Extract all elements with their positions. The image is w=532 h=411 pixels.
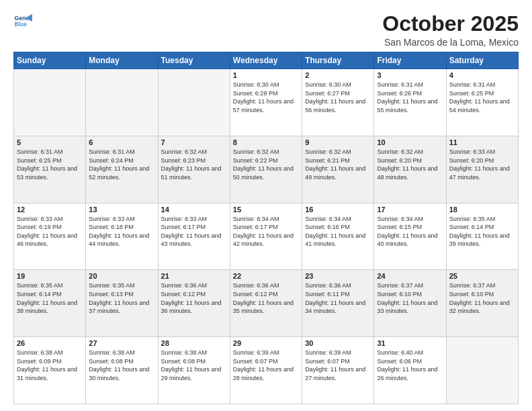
day-number: 22 xyxy=(233,272,299,280)
day-info: Sunrise: 6:36 AM Sunset: 6:11 PM Dayligh… xyxy=(305,281,371,315)
svg-text:Blue: Blue xyxy=(15,21,28,28)
day-info: Sunrise: 6:33 AM Sunset: 6:17 PM Dayligh… xyxy=(161,215,227,248)
table-cell: 7Sunrise: 6:32 AM Sunset: 6:23 PM Daylig… xyxy=(158,136,230,203)
calendar-week-row: 19Sunrise: 6:35 AM Sunset: 6:14 PM Dayli… xyxy=(14,270,519,337)
day-info: Sunrise: 6:31 AM Sunset: 6:25 PM Dayligh… xyxy=(17,148,83,181)
table-cell: 10Sunrise: 6:32 AM Sunset: 6:20 PM Dayli… xyxy=(374,136,446,203)
day-number: 23 xyxy=(305,272,371,280)
day-info: Sunrise: 6:35 AM Sunset: 6:14 PM Dayligh… xyxy=(449,215,515,248)
calendar-week-row: 26Sunrise: 6:38 AM Sunset: 6:09 PM Dayli… xyxy=(14,337,519,404)
day-number: 7 xyxy=(161,138,227,146)
day-info: Sunrise: 6:39 AM Sunset: 6:07 PM Dayligh… xyxy=(233,349,299,382)
table-cell xyxy=(446,337,518,404)
table-cell: 12Sunrise: 6:33 AM Sunset: 6:19 PM Dayli… xyxy=(14,203,86,270)
day-number: 27 xyxy=(89,339,154,347)
day-number: 8 xyxy=(233,138,299,146)
calendar-table: Sunday Monday Tuesday Wednesday Thursday… xyxy=(13,52,519,404)
col-tuesday: Tuesday xyxy=(158,52,230,69)
table-cell: 19Sunrise: 6:35 AM Sunset: 6:14 PM Dayli… xyxy=(14,270,86,337)
table-cell: 17Sunrise: 6:34 AM Sunset: 6:15 PM Dayli… xyxy=(374,203,446,270)
calendar-header-row: Sunday Monday Tuesday Wednesday Thursday… xyxy=(14,52,519,69)
table-cell xyxy=(86,69,158,136)
table-cell: 21Sunrise: 6:36 AM Sunset: 6:12 PM Dayli… xyxy=(158,270,230,337)
day-number: 6 xyxy=(89,138,154,146)
day-info: Sunrise: 6:35 AM Sunset: 6:14 PM Dayligh… xyxy=(17,281,83,315)
table-cell: 6Sunrise: 6:31 AM Sunset: 6:24 PM Daylig… xyxy=(86,136,158,203)
day-info: Sunrise: 6:33 AM Sunset: 6:18 PM Dayligh… xyxy=(89,215,154,248)
table-cell: 22Sunrise: 6:36 AM Sunset: 6:12 PM Dayli… xyxy=(230,270,302,337)
table-cell: 20Sunrise: 6:35 AM Sunset: 6:13 PM Dayli… xyxy=(86,270,158,337)
logo: General Blue xyxy=(13,12,32,31)
day-info: Sunrise: 6:32 AM Sunset: 6:22 PM Dayligh… xyxy=(233,148,299,181)
title-block: October 2025 San Marcos de la Loma, Mexi… xyxy=(382,12,519,48)
day-number: 5 xyxy=(17,138,83,146)
table-cell: 28Sunrise: 6:38 AM Sunset: 6:08 PM Dayli… xyxy=(158,337,230,404)
logo-icon: General Blue xyxy=(13,12,32,31)
table-cell: 18Sunrise: 6:35 AM Sunset: 6:14 PM Dayli… xyxy=(446,203,518,270)
calendar-week-row: 12Sunrise: 6:33 AM Sunset: 6:19 PM Dayli… xyxy=(14,203,519,270)
table-cell xyxy=(14,69,86,136)
table-cell: 26Sunrise: 6:38 AM Sunset: 6:09 PM Dayli… xyxy=(14,337,86,404)
table-cell: 24Sunrise: 6:37 AM Sunset: 6:10 PM Dayli… xyxy=(374,270,446,337)
table-cell: 15Sunrise: 6:34 AM Sunset: 6:17 PM Dayli… xyxy=(230,203,302,270)
day-info: Sunrise: 6:38 AM Sunset: 6:08 PM Dayligh… xyxy=(89,349,154,382)
day-info: Sunrise: 6:34 AM Sunset: 6:17 PM Dayligh… xyxy=(233,215,299,248)
day-info: Sunrise: 6:31 AM Sunset: 6:26 PM Dayligh… xyxy=(377,81,443,114)
table-cell: 2Sunrise: 6:30 AM Sunset: 6:27 PM Daylig… xyxy=(302,69,374,136)
day-info: Sunrise: 6:32 AM Sunset: 6:23 PM Dayligh… xyxy=(161,148,227,181)
day-info: Sunrise: 6:39 AM Sunset: 6:07 PM Dayligh… xyxy=(305,349,371,382)
day-number: 17 xyxy=(377,205,443,214)
table-cell: 16Sunrise: 6:34 AM Sunset: 6:16 PM Dayli… xyxy=(302,203,374,270)
col-sunday: Sunday xyxy=(14,52,86,69)
day-info: Sunrise: 6:38 AM Sunset: 6:08 PM Dayligh… xyxy=(161,349,227,382)
day-info: Sunrise: 6:36 AM Sunset: 6:12 PM Dayligh… xyxy=(233,281,299,315)
day-number: 20 xyxy=(89,272,154,280)
table-cell: 23Sunrise: 6:36 AM Sunset: 6:11 PM Dayli… xyxy=(302,270,374,337)
day-number: 26 xyxy=(17,339,83,347)
day-number: 29 xyxy=(233,339,299,347)
calendar-week-row: 5Sunrise: 6:31 AM Sunset: 6:25 PM Daylig… xyxy=(14,136,519,203)
table-cell: 31Sunrise: 6:40 AM Sunset: 6:06 PM Dayli… xyxy=(374,337,446,404)
day-number: 9 xyxy=(305,138,371,146)
day-info: Sunrise: 6:35 AM Sunset: 6:13 PM Dayligh… xyxy=(89,281,154,315)
day-number: 18 xyxy=(449,205,515,214)
day-number: 24 xyxy=(377,272,443,280)
table-cell: 25Sunrise: 6:37 AM Sunset: 6:10 PM Dayli… xyxy=(446,270,518,337)
table-cell: 1Sunrise: 6:30 AM Sunset: 6:28 PM Daylig… xyxy=(230,69,302,136)
day-number: 14 xyxy=(161,205,227,214)
day-number: 4 xyxy=(449,71,515,79)
table-cell: 30Sunrise: 6:39 AM Sunset: 6:07 PM Dayli… xyxy=(302,337,374,404)
day-info: Sunrise: 6:34 AM Sunset: 6:16 PM Dayligh… xyxy=(305,215,371,248)
day-number: 31 xyxy=(377,339,443,347)
day-info: Sunrise: 6:30 AM Sunset: 6:28 PM Dayligh… xyxy=(233,81,299,114)
day-number: 30 xyxy=(305,339,371,347)
day-info: Sunrise: 6:30 AM Sunset: 6:27 PM Dayligh… xyxy=(305,81,371,114)
col-monday: Monday xyxy=(86,52,158,69)
table-cell: 8Sunrise: 6:32 AM Sunset: 6:22 PM Daylig… xyxy=(230,136,302,203)
day-info: Sunrise: 6:37 AM Sunset: 6:10 PM Dayligh… xyxy=(449,281,515,315)
table-cell: 14Sunrise: 6:33 AM Sunset: 6:17 PM Dayli… xyxy=(158,203,230,270)
day-number: 2 xyxy=(305,71,371,79)
day-number: 12 xyxy=(17,205,83,214)
location-subtitle: San Marcos de la Loma, Mexico xyxy=(382,37,519,48)
day-info: Sunrise: 6:32 AM Sunset: 6:20 PM Dayligh… xyxy=(377,148,443,181)
page: General Blue October 2025 San Marcos de … xyxy=(0,0,532,411)
day-number: 3 xyxy=(377,71,443,79)
day-number: 11 xyxy=(449,138,515,146)
col-wednesday: Wednesday xyxy=(230,52,302,69)
col-thursday: Thursday xyxy=(302,52,374,69)
table-cell: 13Sunrise: 6:33 AM Sunset: 6:18 PM Dayli… xyxy=(86,203,158,270)
day-number: 16 xyxy=(305,205,371,214)
day-info: Sunrise: 6:33 AM Sunset: 6:19 PM Dayligh… xyxy=(17,215,83,248)
table-cell xyxy=(158,69,230,136)
table-cell: 11Sunrise: 6:33 AM Sunset: 6:20 PM Dayli… xyxy=(446,136,518,203)
day-number: 13 xyxy=(89,205,154,214)
day-number: 10 xyxy=(377,138,443,146)
day-info: Sunrise: 6:36 AM Sunset: 6:12 PM Dayligh… xyxy=(161,281,227,315)
day-number: 28 xyxy=(161,339,227,347)
col-friday: Friday xyxy=(374,52,446,69)
table-cell: 27Sunrise: 6:38 AM Sunset: 6:08 PM Dayli… xyxy=(86,337,158,404)
day-number: 15 xyxy=(233,205,299,214)
table-cell: 3Sunrise: 6:31 AM Sunset: 6:26 PM Daylig… xyxy=(374,69,446,136)
calendar-week-row: 1Sunrise: 6:30 AM Sunset: 6:28 PM Daylig… xyxy=(14,69,519,136)
